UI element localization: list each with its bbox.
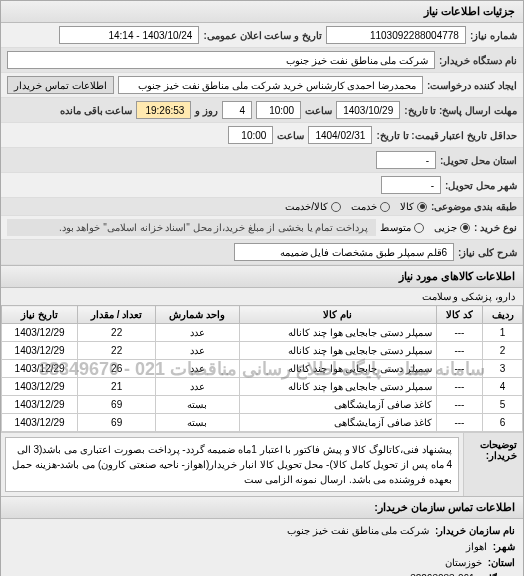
table-cell: 21: [78, 378, 156, 396]
table-cell: 1403/12/29: [2, 414, 78, 432]
contact-province-label: استان:: [488, 555, 515, 571]
radio-mutavasset[interactable]: متوسط: [380, 222, 424, 233]
table-cell: کاغذ صافی آزمایشگاهی: [239, 414, 436, 432]
budget-label: طبقه بندی موضوعی:: [431, 201, 517, 212]
buyer-org-field: شرکت ملی مناطق نفت خیز جنوب: [7, 51, 435, 69]
reqnum-field: 1103092288004778: [326, 26, 466, 44]
table-cell: عدد: [156, 342, 240, 360]
table-header: تعداد / مقدار: [78, 306, 156, 324]
province-field: -: [376, 151, 436, 169]
table-cell: 1: [483, 324, 523, 342]
table-cell: 1403/12/29: [2, 360, 78, 378]
buyer-org-label: نام دستگاه خریدار:: [439, 55, 517, 66]
announce-label: تاریخ و ساعت اعلان عمومی:: [203, 30, 321, 41]
table-header: تاریخ نیاز: [2, 306, 78, 324]
days-remain: 4: [222, 101, 252, 119]
table-cell: سمپلر دستی جابجایی هوا چند کاناله: [239, 324, 436, 342]
table-cell: بسته: [156, 396, 240, 414]
reqnum-label: شماره نیاز:: [470, 30, 517, 41]
contact-org: شرکت ملی مناطق نفت خیز جنوب: [287, 523, 429, 539]
table-header: کد کالا: [436, 306, 482, 324]
table-cell: 4: [483, 378, 523, 396]
contact-province: خوزستان: [445, 555, 482, 571]
table-cell: ---: [436, 342, 482, 360]
table-header: نام کالا: [239, 306, 436, 324]
city-field: -: [381, 176, 441, 194]
province-label: استان محل تحویل:: [440, 155, 517, 166]
table-cell: ---: [436, 360, 482, 378]
goods-category: دارو، پزشکی و سلامت: [1, 288, 523, 305]
table-cell: 22: [78, 342, 156, 360]
table-cell: 3: [483, 360, 523, 378]
table-header: ردیف: [483, 306, 523, 324]
contact-fax: 32263083-061: [410, 571, 475, 576]
table-row: 1---سمپلر دستی جابجایی هوا چند کانالهعدد…: [2, 324, 523, 342]
subject-radios: کالا خدمت کالا/خدمت: [285, 201, 427, 212]
purchase-note: پرداخت تمام یا بخشی از مبلغ خرید،از محل …: [7, 219, 376, 236]
table-cell: عدد: [156, 360, 240, 378]
contact-fax-label: دورنگار:: [481, 571, 515, 576]
panel-title: جزئیات اطلاعات نیاز: [1, 1, 523, 23]
goods-table: ردیفکد کالانام کالاواحد شمارشتعداد / مقد…: [1, 305, 523, 432]
table-row: 6---کاغذ صافی آزمایشگاهیبسته691403/12/29: [2, 414, 523, 432]
table-cell: ---: [436, 396, 482, 414]
table-cell: سمپلر دستی جابجایی هوا چند کاناله: [239, 360, 436, 378]
creator-field: محمدرضا احمدی کارشناس خرید شرکت ملی مناط…: [118, 76, 424, 94]
table-cell: سمپلر دستی جابجایی هوا چند کاناله: [239, 378, 436, 396]
table-cell: 69: [78, 414, 156, 432]
table-cell: 1403/12/29: [2, 378, 78, 396]
table-cell: ---: [436, 378, 482, 396]
validity-time: 10:00: [228, 126, 273, 144]
table-header: واحد شمارش: [156, 306, 240, 324]
table-cell: 1403/12/29: [2, 396, 78, 414]
time-remain: 19:26:53: [136, 101, 191, 119]
table-cell: عدد: [156, 324, 240, 342]
time-remain-label: ساعت باقی مانده: [60, 105, 133, 116]
time-label-2: ساعت: [277, 130, 304, 141]
radio-khedmat[interactable]: خدمت: [351, 201, 390, 212]
contact-section: نام سازمان خریدار: شرکت ملی مناطق نفت خی…: [1, 519, 523, 576]
deadline-label: مهلت ارسال پاسخ: تا تاریخ:: [404, 105, 517, 116]
buyer-desc-label: توضیحات خریدار:: [463, 433, 523, 496]
buyer-desc-content: پیشنهاد فنی،کاتالوگ کالا و پیش فاکتور با…: [5, 437, 459, 492]
table-cell: ---: [436, 324, 482, 342]
table-row: 3---سمپلر دستی جابجایی هوا چند کانالهعدد…: [2, 360, 523, 378]
table-cell: عدد: [156, 378, 240, 396]
purchase-type-radios: جزیی متوسط: [380, 222, 470, 233]
table-cell: سمپلر دستی جابجایی هوا چند کاناله: [239, 342, 436, 360]
radio-kala[interactable]: کالا: [400, 201, 427, 212]
radio-kala-khedmat[interactable]: کالا/خدمت: [285, 201, 341, 212]
table-row: 4---سمپلر دستی جابجایی هوا چند کانالهعدد…: [2, 378, 523, 396]
time-label-1: ساعت: [305, 105, 332, 116]
need-desc-label: شرح کلی نیاز:: [458, 247, 517, 258]
table-row: 2---سمپلر دستی جابجایی هوا چند کانالهعدد…: [2, 342, 523, 360]
contact-city-label: شهر:: [493, 539, 515, 555]
creator-label: ایجاد کننده درخواست:: [427, 80, 517, 91]
table-row: 5---کاغذ صافی آزمایشگاهیبسته691403/12/29: [2, 396, 523, 414]
table-cell: بسته: [156, 414, 240, 432]
table-cell: 2: [483, 342, 523, 360]
validity-label: حداقل تاریخ اعتبار قیمت: تا تاریخ:: [376, 130, 517, 141]
deadline-time: 10:00: [256, 101, 301, 119]
city-label: شهر محل تحویل:: [445, 180, 517, 191]
contact-org-label: نام سازمان خریدار:: [435, 523, 515, 539]
contact-buyer-button[interactable]: اطلاعات تماس خریدار: [7, 76, 114, 94]
validity-date: 1404/02/31: [308, 126, 372, 144]
contact-section-title: اطلاعات تماس سازمان خریدار:: [1, 496, 523, 519]
days-remain-label: روز و: [195, 105, 218, 116]
contact-city: اهواز: [466, 539, 487, 555]
announce-field: 1403/10/24 - 14:14: [59, 26, 199, 44]
goods-section-title: اطلاعات کالاهای مورد نیاز: [1, 265, 523, 288]
table-cell: ---: [436, 414, 482, 432]
table-cell: 5: [483, 396, 523, 414]
radio-jozi[interactable]: جزیی: [434, 222, 470, 233]
need-desc-field: 6قلم سمپلر طبق مشخصات فایل ضمیمه: [234, 243, 454, 261]
goods-table-wrap: ردیفکد کالانام کالاواحد شمارشتعداد / مقد…: [1, 305, 523, 432]
table-cell: 1403/12/29: [2, 324, 78, 342]
table-cell: 69: [78, 396, 156, 414]
table-cell: 22: [78, 324, 156, 342]
table-cell: 1403/12/29: [2, 342, 78, 360]
table-cell: کاغذ صافی آزمایشگاهی: [239, 396, 436, 414]
purchase-type-label: نوع خرید :: [474, 222, 517, 233]
table-cell: 6: [483, 414, 523, 432]
